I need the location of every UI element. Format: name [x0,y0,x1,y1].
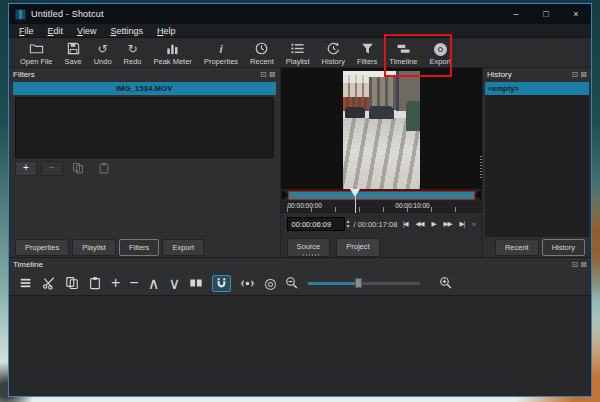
tab-playlist[interactable]: Playlist [72,239,116,256]
properties-button[interactable]: i Properties [199,39,243,67]
paste-button[interactable] [88,276,102,290]
snap-toggle[interactable] [212,275,231,292]
close-panel-icon[interactable]: ⊠ [580,261,587,269]
minimize-button[interactable]: – [501,4,531,24]
peak-meter-button[interactable]: Peak Meter [149,39,197,67]
right-dock-tabs: Recent History [483,237,591,257]
history-button[interactable]: History [317,39,350,67]
transport-controls: |◀ ◀◀ ▶ ▶▶ ▶| » [403,220,476,228]
spin-down-icon[interactable]: ▾ [347,224,350,229]
playlist-button[interactable]: Playlist [281,39,315,67]
left-dock-tabs: Properties Playlist Filters Export [9,237,280,257]
close-button[interactable]: × [561,4,591,24]
playhead[interactable] [350,189,360,197]
menu-view[interactable]: View [71,26,102,36]
menu-file[interactable]: File [13,26,40,36]
trim-bar[interactable] [281,189,482,201]
undo-icon: ↺ [98,41,108,56]
timeline-panel-title: Timeline [13,260,43,269]
zoom-in-button[interactable] [439,276,453,290]
paste-filters-button[interactable] [93,161,115,176]
timeline-menu-button[interactable] [19,276,33,290]
trim-out-handle[interactable] [475,190,481,200]
add-filter-button[interactable]: + [15,161,37,176]
tab-history[interactable]: History [542,239,585,256]
clock-icon [254,41,269,56]
play-button[interactable]: ▶ [432,220,436,228]
menu-edit[interactable]: Edit [42,26,70,36]
shotcut-window: Untitled - Shotcut – □ × File Edit View … [8,3,592,397]
tab-filters[interactable]: Filters [119,239,159,256]
remove-filter-button[interactable]: − [41,161,63,176]
filters-selected-clip[interactable]: IMG_1534.MOV [13,82,276,95]
title-bar[interactable]: Untitled - Shotcut – □ × [9,4,591,24]
menu-help[interactable]: Help [151,26,182,36]
tab-recent[interactable]: Recent [495,239,539,256]
position-spinbox[interactable]: 00:00:06:09 ▴ ▾ [287,217,350,231]
tab-properties[interactable]: Properties [15,239,69,256]
float-panel-icon[interactable]: ⊡ [260,71,267,79]
timeline-panel: Timeline ⊡ ⊠ + − ∧ ∨ [9,257,591,396]
history-selected-item[interactable]: <empty> [485,82,589,95]
timeline-zoom-slider[interactable] [308,277,420,289]
float-panel-icon[interactable]: ⊡ [572,71,579,79]
video-frame [343,71,420,190]
fast-forward-button[interactable]: ▶▶ [444,220,452,228]
undo-button[interactable]: ↺ Undo [89,39,117,67]
splitter-handle[interactable] [303,254,319,256]
float-panel-icon[interactable]: ⊡ [572,261,579,269]
filters-panel: Filters ⊡ ⊠ IMG_1534.MOV + − [9,68,281,257]
app-icon [15,9,26,20]
filters-panel-title: Filters [13,70,35,79]
close-panel-icon[interactable]: ⊠ [580,71,587,79]
filters-list[interactable] [15,97,274,158]
folder-icon [29,41,44,56]
rewind-button[interactable]: ◀◀ [416,220,424,228]
zoom-slider-handle[interactable] [355,278,362,288]
window-title: Untitled - Shotcut [31,9,104,19]
filter-funnel-icon [360,41,375,56]
tab-project[interactable]: Project [336,238,379,257]
time-ruler[interactable]: 00:00:00:00 00:00:10:00 [281,201,482,213]
magnet-icon [215,277,228,290]
timeline-button[interactable]: Timeline [384,39,422,67]
filters-button[interactable]: Filters [352,39,382,67]
timeline-tracks-area[interactable] [9,295,591,396]
maximize-button[interactable]: □ [531,4,561,24]
export-button[interactable]: Export [424,39,456,67]
menu-bar: File Edit View Settings Help [9,24,591,38]
history-list[interactable] [485,95,589,237]
split-button[interactable] [189,276,203,290]
skip-start-button[interactable]: |◀ [403,220,408,228]
peak-meter-icon [165,41,180,56]
duration-label: / 00:00:17:08 [354,220,398,229]
ripple-all-tracks-toggle[interactable]: ◎ [264,275,276,291]
copy-button[interactable] [65,276,79,290]
cut-button[interactable] [42,276,56,290]
close-panel-icon[interactable]: ⊠ [269,71,276,79]
position-value[interactable]: 00:00:06:09 [287,217,345,231]
main-toolbar: Open File Save ↺ Undo ↻ Redo Peak Meter … [9,38,591,68]
tab-export[interactable]: Export [162,239,204,256]
ripple-delete-button[interactable]: − [129,274,138,292]
trim-in-handle[interactable] [282,190,288,200]
info-icon: i [219,41,222,56]
redo-button[interactable]: ↻ Redo [119,39,147,67]
skip-end-button[interactable]: ▶| [460,220,465,228]
overwrite-button[interactable]: ∨ [168,274,180,293]
video-preview-area [281,68,482,189]
menu-settings[interactable]: Settings [104,26,149,36]
history-icon [326,41,341,56]
lift-button[interactable]: ∧ [148,274,160,293]
recent-button[interactable]: Recent [245,39,279,67]
zoom-out-button[interactable] [285,276,299,290]
vertical-splitter-handle[interactable] [480,156,482,178]
history-panel-title: History [487,70,512,79]
open-file-button[interactable]: Open File [15,39,58,67]
save-button[interactable]: Save [60,39,87,67]
scrub-while-dragging-toggle[interactable] [240,277,255,290]
append-button[interactable]: + [111,274,120,292]
copy-filters-button[interactable] [67,161,89,176]
toolbar-overflow-icon[interactable]: » [472,221,476,228]
save-icon [66,41,81,56]
